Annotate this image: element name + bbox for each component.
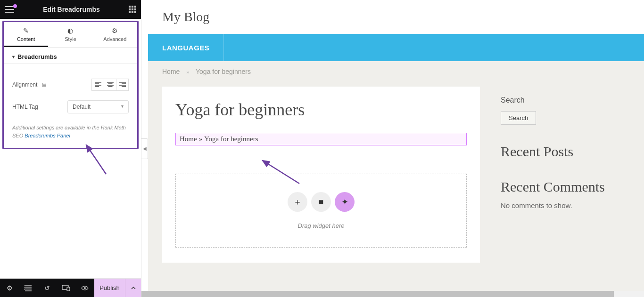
svg-point-2 <box>84 287 86 289</box>
sidebar-title: Edit Breadcrumbs <box>43 6 100 13</box>
menu-button[interactable] <box>5 6 14 13</box>
publish-button[interactable]: Publish <box>94 279 125 297</box>
drop-text: Drag widget here <box>194 222 448 229</box>
widget-breadcrumb-sep: » <box>199 135 203 143</box>
control-label-text: HTML Tag <box>12 104 38 110</box>
sparkle-icon: ✦ <box>341 197 348 207</box>
content-wrap: Yoga for beginners Home»Yoga for beginne… <box>148 75 644 263</box>
contrast-icon: ◐ <box>48 27 92 34</box>
tab-label: Content <box>17 36 35 42</box>
editor-sidebar: Edit Breadcrumbs ✎ Content ◐ Style ⚙ Adv… <box>0 0 141 297</box>
chevron-up-icon <box>131 287 136 289</box>
sidebar-footer: ⚙ ↺ Publish <box>0 278 141 297</box>
responsive-icon[interactable] <box>57 285 75 291</box>
preview-canvas: My Blog LANGUAGES Home » Yoga for beginn… <box>148 0 644 291</box>
preview-icon[interactable] <box>75 286 94 290</box>
tab-label: Advanced <box>103 36 126 42</box>
footer-icons: ⚙ ↺ <box>0 279 94 297</box>
folder-icon: ■ <box>319 197 324 207</box>
drop-buttons: ＋ ■ ✦ <box>194 192 448 212</box>
search-widget-title: Search <box>501 96 623 104</box>
alignment-buttons <box>91 79 129 91</box>
breadcrumb-current: Yoga for beginners <box>196 68 251 75</box>
breadcrumb-home[interactable]: Home <box>162 68 180 75</box>
panel-tabs: ✎ Content ◐ Style ⚙ Advanced <box>4 22 137 48</box>
no-comments-text: No comments to show. <box>501 201 623 209</box>
sidebar-header: Edit Breadcrumbs <box>0 0 141 19</box>
add-template-button[interactable]: ■ <box>311 192 331 212</box>
breadcrumb: Home » Yoga for beginners <box>148 61 644 75</box>
search-button[interactable]: Search <box>501 111 536 125</box>
nav-item-languages[interactable]: LANGUAGES <box>148 34 224 61</box>
desktop-icon[interactable]: 🖥 <box>41 81 47 88</box>
add-ai-button[interactable]: ✦ <box>335 192 355 212</box>
main-column: Yoga for beginners Home»Yoga for beginne… <box>162 87 480 263</box>
notification-dot-icon <box>13 4 17 8</box>
pencil-icon: ✎ <box>4 27 48 34</box>
navigator-icon[interactable] <box>19 285 38 291</box>
tab-content[interactable]: ✎ Content <box>4 22 48 47</box>
align-right-button[interactable] <box>116 79 129 91</box>
publish-options-button[interactable] <box>125 279 141 297</box>
tab-style[interactable]: ◐ Style <box>48 22 92 47</box>
apps-icon[interactable] <box>129 6 136 13</box>
scrollbar-thumb[interactable] <box>141 291 614 297</box>
panel-note: Additional settings are available in the… <box>12 124 129 139</box>
plus-icon: ＋ <box>293 196 302 208</box>
align-left-button[interactable] <box>91 79 104 91</box>
sidebar-column: Search Search Recent Posts Recent Commen… <box>491 87 633 214</box>
hamburger-icon <box>5 6 14 13</box>
collapse-sidebar-button[interactable]: ◀ <box>141 138 148 159</box>
breadcrumbs-widget[interactable]: Home»Yoga for beginners <box>175 133 467 145</box>
widget-breadcrumb-current: Yoga for beginners <box>204 135 258 143</box>
widget-breadcrumb-home: Home <box>180 135 197 143</box>
section-body: Alignment 🖥 HTML Tag Default Additional … <box>4 64 137 148</box>
recent-comments-heading: Recent Comments <box>501 179 623 195</box>
publish-label: Publish <box>99 284 120 291</box>
align-center-button[interactable] <box>104 79 116 91</box>
section-title: Breadcrumbs <box>17 53 57 60</box>
site-title[interactable]: My Blog <box>162 9 630 24</box>
post-title: Yoga for beginners <box>175 100 467 120</box>
nav-bar: LANGUAGES <box>148 34 644 61</box>
svg-rect-1 <box>67 287 70 291</box>
select-value: Default <box>73 104 91 110</box>
control-label-text: Alignment <box>12 81 37 88</box>
html-tag-select[interactable]: Default <box>67 100 129 113</box>
section-breadcrumbs-toggle[interactable]: Breadcrumbs <box>4 48 137 64</box>
settings-icon[interactable]: ⚙ <box>0 284 19 292</box>
site-header: My Blog <box>148 0 644 34</box>
control-html-tag: HTML Tag Default <box>12 100 129 113</box>
recent-posts-heading: Recent Posts <box>501 144 623 160</box>
gear-icon: ⚙ <box>93 27 137 34</box>
horizontal-scrollbar[interactable] <box>141 291 644 297</box>
history-icon[interactable]: ↺ <box>38 284 57 292</box>
drop-area[interactable]: ＋ ■ ✦ Drag widget here <box>175 174 467 248</box>
note-link[interactable]: Breadcrumbs Panel <box>25 133 70 138</box>
breadcrumb-separator-icon: » <box>186 69 189 75</box>
add-widget-button[interactable]: ＋ <box>288 192 307 212</box>
tab-advanced[interactable]: ⚙ Advanced <box>93 22 137 47</box>
tab-label: Style <box>65 36 76 42</box>
control-alignment: Alignment 🖥 <box>12 79 129 91</box>
content-panel: ✎ Content ◐ Style ⚙ Advanced Breadcrumbs… <box>2 21 139 149</box>
